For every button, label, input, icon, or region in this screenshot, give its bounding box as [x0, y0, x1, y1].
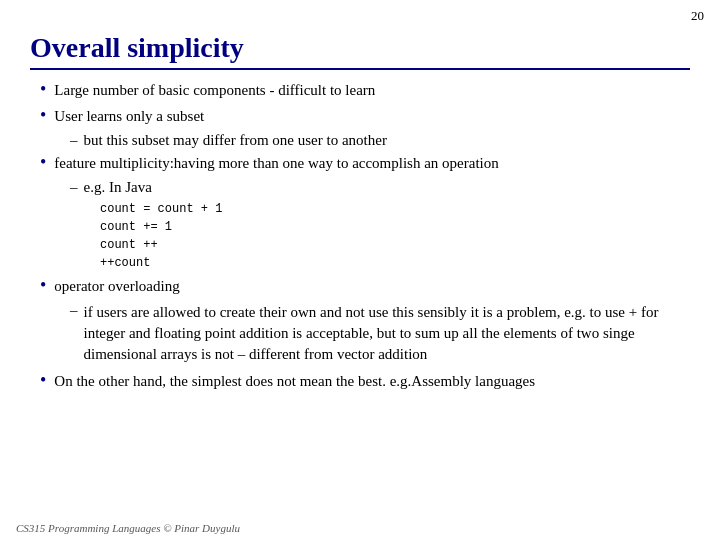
bullet-item-4: • operator overloading — [40, 276, 690, 297]
slide-title: Overall simplicity — [30, 32, 690, 70]
sub-item-4a: – if users are allowed to create their o… — [70, 302, 690, 365]
bullet-icon-2: • — [40, 105, 46, 126]
code-block-1: count = count + 1 count += 1 count ++ ++… — [100, 200, 690, 272]
slide: 20 Overall simplicity • Large number of … — [0, 0, 720, 540]
bullet-icon-3: • — [40, 152, 46, 173]
sub-text-2a: but this subset may differ from one user… — [84, 132, 387, 149]
bullet-text-4: operator overloading — [54, 276, 179, 297]
bullet-icon-1: • — [40, 79, 46, 100]
bullet-item-3: • feature multiplicity:having more than … — [40, 153, 690, 174]
sub-text-3a: e.g. In Java — [84, 179, 152, 196]
sub-text-4a: if users are allowed to create their own… — [84, 302, 691, 365]
sub-dash-4a: – — [70, 302, 78, 319]
code-line-4: ++count — [100, 254, 690, 272]
page-number: 20 — [691, 8, 704, 24]
bullet-text-5: On the other hand, the simplest does not… — [54, 371, 535, 392]
content-area: • Large number of basic components - dif… — [30, 80, 690, 392]
sub-dash-2a: – — [70, 132, 78, 149]
bullet-item-5: • On the other hand, the simplest does n… — [40, 371, 690, 392]
sub-item-2a: – but this subset may differ from one us… — [70, 132, 690, 149]
bullet-icon-5: • — [40, 370, 46, 391]
sub-item-3a: – e.g. In Java — [70, 179, 690, 196]
code-line-1: count = count + 1 — [100, 200, 690, 218]
bullet-item-1: • Large number of basic components - dif… — [40, 80, 690, 101]
code-line-2: count += 1 — [100, 218, 690, 236]
bullet-text-3: feature multiplicity:having more than on… — [54, 153, 498, 174]
bullet-icon-4: • — [40, 275, 46, 296]
bullet-text-1: Large number of basic components - diffi… — [54, 80, 375, 101]
bullet-item-2: • User learns only a subset — [40, 106, 690, 127]
bullet-text-2: User learns only a subset — [54, 106, 204, 127]
footer-text: CS315 Programming Languages © Pinar Duyg… — [16, 522, 240, 534]
code-line-3: count ++ — [100, 236, 690, 254]
sub-dash-3a: – — [70, 179, 78, 196]
